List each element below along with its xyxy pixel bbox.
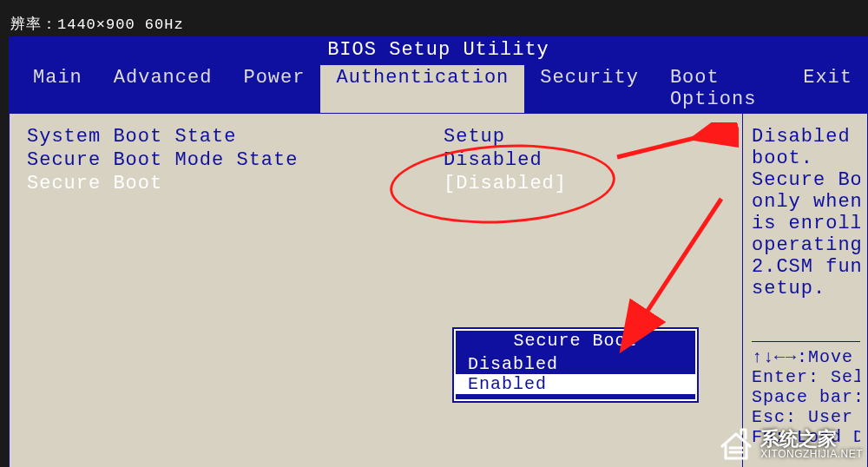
tab-power[interactable]: Power [227,65,320,113]
tab-advanced[interactable]: Advanced [98,65,228,113]
tab-security[interactable]: Security [524,65,654,113]
house-icon [717,427,755,462]
watermark: 系统之家 XITONGZHIJIA.NET [717,427,863,462]
resolution-label: 辨率：1440×900 60Hz [10,14,184,34]
help-line: operating [752,234,860,256]
system-boot-state-value: Setup [444,126,725,148]
bios-title: BIOS Setup Utility [9,36,868,65]
secure-boot-mode-state-label: Secure Boot Mode State [27,149,444,171]
help-text: Disabled boot. Secure Bo only when: is e… [752,126,860,299]
popup-option-enabled[interactable]: Enabled [456,374,695,394]
help-line: Secure Bo [752,169,860,191]
tab-boot-options[interactable]: Boot Options [654,65,787,113]
secure-boot-popup: Secure Boot Disabled Enabled [454,329,697,401]
tab-bar: Main Advanced Power Authentication Secur… [9,65,868,113]
help-line: only when: [752,191,860,213]
help-line: Disabled [752,126,860,148]
help-line: is enrolle [752,213,860,234]
help-panel: Disabled boot. Secure Bo only when: is e… [742,113,868,467]
keyhelp-line: ↑↓←→:Move [752,347,860,367]
tab-main[interactable]: Main [17,65,98,113]
secure-boot-label[interactable]: Secure Boot [27,173,444,194]
bios-screen: BIOS Setup Utility Main Advanced Power A… [9,36,868,467]
popup-title: Secure Boot [508,331,642,351]
popup-option-disabled[interactable]: Disabled [456,354,695,374]
help-line: setup. [752,278,860,299]
tab-exit[interactable]: Exit [787,65,868,113]
keyhelp-line: Esc: User [752,407,860,427]
main-panel: System Boot State Setup Secure Boot Mode… [9,113,742,467]
system-boot-state-label: System Boot State [27,126,444,148]
watermark-url: XITONGZHIJIA.NET [760,449,863,459]
secure-boot-mode-state-value: Disabled [444,149,725,171]
help-divider [752,341,860,342]
secure-boot-value[interactable]: [Disabled] [444,173,725,194]
svg-line-3 [624,199,721,346]
help-line: boot. [752,148,860,169]
keyhelp-line: Space bar: [752,387,860,407]
watermark-cn: 系统之家 [760,430,863,449]
tab-authentication[interactable]: Authentication [320,65,524,113]
help-line: 2.CSM funct [752,256,860,278]
keyhelp-line: Enter: Select [752,367,860,387]
